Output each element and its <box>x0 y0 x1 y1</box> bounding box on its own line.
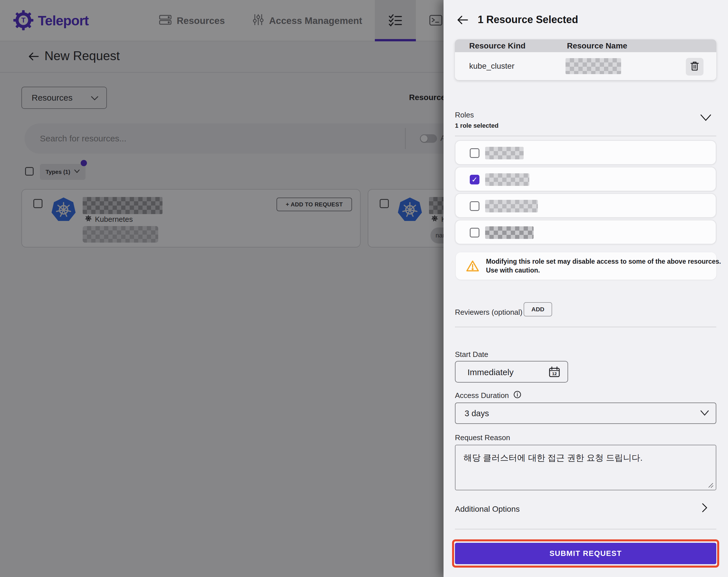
warning-text: Modifying this role set may disable acce… <box>486 257 724 275</box>
redacted-role-name <box>485 226 534 239</box>
resource-kind-cell: kube_cluster <box>469 61 515 71</box>
redacted-role-name <box>485 200 538 212</box>
panel-back-arrow-icon[interactable] <box>457 15 469 26</box>
access-duration-label: Access Duration <box>455 391 509 400</box>
resize-grip-icon[interactable] <box>707 482 713 489</box>
role-warning-banner: Modifying this role set may disable acce… <box>456 252 716 280</box>
roles-collapse-chevron-icon[interactable] <box>700 114 711 123</box>
additional-options-label: Additional Options <box>455 505 520 514</box>
start-date-label: Start Date <box>455 350 488 359</box>
chevron-down-icon <box>700 410 709 417</box>
request-reason-label: Request Reason <box>455 433 510 442</box>
role-checkbox[interactable] <box>470 148 479 158</box>
chevron-right-icon[interactable] <box>701 503 708 514</box>
add-reviewer-button[interactable]: ADD <box>524 302 552 316</box>
role-row[interactable] <box>455 220 716 244</box>
calendar-icon[interactable]: 12 <box>548 366 561 379</box>
warning-triangle-icon <box>466 260 479 273</box>
svg-text:12: 12 <box>552 371 557 376</box>
divider <box>455 327 716 327</box>
redacted-resource-name <box>566 58 621 74</box>
request-checkout-panel: 1 Resource Selected Resource Kind Resour… <box>444 0 728 577</box>
info-icon[interactable] <box>513 391 521 400</box>
start-date-value: Immediately <box>467 367 514 377</box>
panel-title: 1 Resource Selected <box>478 14 578 26</box>
role-row[interactable] <box>455 193 716 218</box>
roles-selected-summary: 1 role selected <box>455 122 498 129</box>
role-checkbox[interactable] <box>470 228 479 237</box>
table-header-row: Resource Kind Resource Name <box>455 40 716 52</box>
role-row[interactable] <box>455 167 716 191</box>
access-duration-select[interactable]: 3 days <box>455 402 716 424</box>
access-duration-value: 3 days <box>465 409 489 418</box>
roles-section-label: Roles <box>455 111 474 120</box>
submit-request-button[interactable]: SUBMIT REQUEST <box>455 543 716 564</box>
start-date-input[interactable]: Immediately 12 <box>455 361 568 383</box>
redacted-role-name <box>485 173 529 186</box>
selected-resources-table: Resource Kind Resource Name kube_cluster <box>455 40 716 80</box>
table-row: kube_cluster <box>455 52 716 80</box>
role-checkbox[interactable] <box>470 175 479 184</box>
resource-name-header: Resource Name <box>567 41 627 50</box>
access-duration-label-row: Access Duration <box>455 391 521 400</box>
request-reason-textarea[interactable]: 해당 클러스터에 대한 접근 권한 요청 드립니다. <box>455 445 716 490</box>
resource-kind-header: Resource Kind <box>469 41 526 50</box>
trash-icon <box>691 61 699 72</box>
teleport-app: T Teleport Resources <box>0 0 728 577</box>
divider <box>455 529 716 529</box>
reviewers-label: Reviewers (optional) <box>455 308 522 317</box>
role-checkbox[interactable] <box>470 201 479 211</box>
redacted-role-name <box>485 147 524 159</box>
remove-resource-button[interactable] <box>686 58 703 76</box>
role-row[interactable] <box>455 140 716 165</box>
divider <box>455 136 716 136</box>
